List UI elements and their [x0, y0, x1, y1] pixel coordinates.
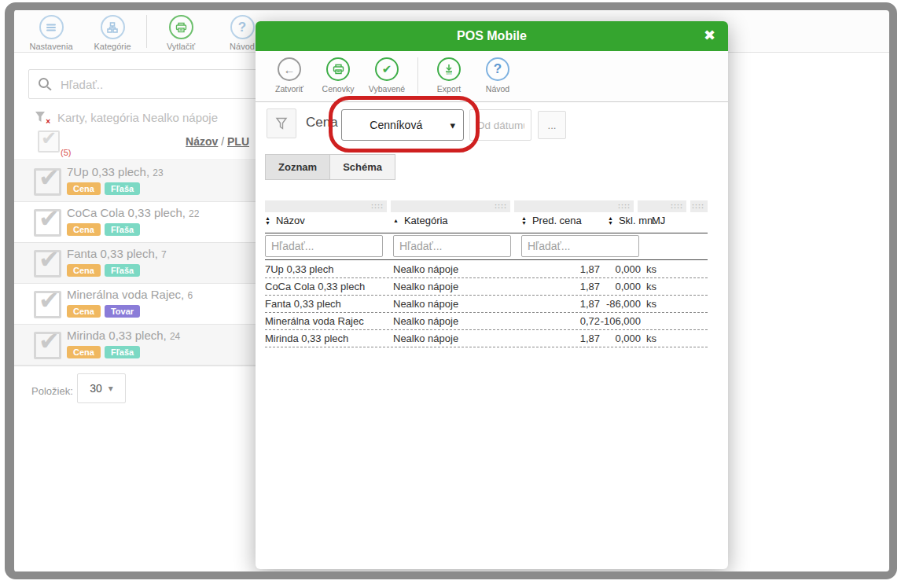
help-icon: ?	[486, 57, 509, 81]
modal-tool-pricetags[interactable]: Cenovky	[314, 57, 362, 94]
funnel-filter-button[interactable]	[267, 108, 296, 138]
table-row[interactable]: Fanta 0,33 plech Nealko nápoje 1,87 -86,…	[265, 296, 708, 313]
column-resizer[interactable]: ::::	[265, 200, 387, 212]
menu-icon	[39, 15, 64, 39]
cell-category: Nealko nápoje	[393, 298, 458, 310]
list-item[interactable]: ✔ 7Up 0,33 plech, 23 Cena Fľaša	[14, 161, 270, 202]
item-checkbox[interactable]: ✔	[34, 250, 61, 277]
chevron-down-icon: ▾	[450, 119, 455, 131]
printer-icon	[169, 15, 193, 39]
sort-icon[interactable]: ▲	[393, 219, 399, 223]
close-icon[interactable]: ✖	[704, 28, 715, 43]
toolbar-item-print[interactable]: Vytlačiť	[150, 15, 211, 51]
item-name: Fanta 0,33 plech,	[67, 247, 158, 260]
modal-header: POS Mobile ✖	[256, 21, 728, 51]
table-row[interactable]: Minerálna voda Rajec Nealko nápoje 0,72 …	[265, 313, 708, 330]
tab-schema[interactable]: Schéma	[330, 154, 395, 180]
column-resizer[interactable]: ::::	[690, 200, 708, 212]
date-from-input[interactable]	[469, 109, 531, 141]
toolbar-item-settings[interactable]: Nastavenia	[20, 15, 82, 51]
toolbar-separator	[146, 15, 147, 48]
toolbar-item-label: Nastavenia	[29, 42, 72, 51]
column-header-kategoria[interactable]: ▲ Kategória	[393, 215, 448, 226]
item-badge: Tovar	[105, 305, 140, 318]
item-plu: 7	[161, 249, 167, 260]
toolbar-item-categories[interactable]: Kategórie	[82, 15, 143, 51]
selection-count: (5)	[61, 148, 71, 157]
modal-tabs: Zoznam Schéma	[265, 154, 395, 180]
sort-icon[interactable]: ▲▼	[265, 216, 270, 226]
toolbar-item-label: Kategórie	[94, 42, 131, 51]
modal-title: POS Mobile	[457, 29, 527, 43]
cell-unit: ks	[646, 333, 656, 344]
table-row[interactable]: 7Up 0,33 plech Nealko nápoje 1,87 0,000 …	[265, 261, 708, 278]
price-type-value: Cenníková	[342, 119, 450, 131]
table-header: ▲▼ Názov ▲ Kategória ▲▼ Pred. cena ▲▼ Sk…	[265, 215, 708, 233]
filter-kategoria-input[interactable]	[393, 235, 511, 257]
item-name: 7Up 0,33 plech,	[67, 165, 149, 178]
filter-cena-input[interactable]	[521, 235, 639, 257]
column-header-skl-mn[interactable]: ▲▼ Skl. mn.	[608, 215, 656, 226]
section-title: Karty, kategória Nealko nápoje	[57, 111, 218, 124]
column-resizer[interactable]: ::::	[391, 200, 510, 212]
item-plu: 22	[189, 208, 199, 219]
table-row[interactable]: Mirinda 0,33 plech Nealko nápoje 1,87 0,…	[265, 330, 708, 347]
item-badge: Fľaša	[105, 182, 140, 195]
cell-price: 1,87	[521, 333, 600, 344]
column-header-pred-cena[interactable]: ▲▼ Pred. cena	[521, 215, 582, 226]
item-checkbox[interactable]: ✔	[34, 168, 61, 196]
column-header-nazov[interactable]: ▲▼ Názov	[265, 215, 305, 226]
more-options-button[interactable]: ...	[538, 111, 566, 139]
sort-icon[interactable]: ▲▼	[521, 216, 527, 226]
modal-tool-export[interactable]: xml Export	[425, 57, 473, 94]
column-header-mj: MJ	[652, 215, 665, 226]
column-drag-strip: :::: :::: :::: :::: ::::	[265, 200, 708, 212]
export-xml-icon: xml	[437, 57, 461, 81]
price-type-select[interactable]: Cenníková ▾	[341, 109, 464, 141]
item-checkbox[interactable]: ✔	[34, 291, 61, 318]
select-all-checkbox[interactable]: ✔	[38, 130, 60, 153]
cell-name: Minerálna voda Rajec	[265, 315, 364, 327]
sort-by-plu-link[interactable]: PLU	[227, 135, 249, 148]
drag-handle-icon: ::::	[495, 204, 507, 209]
filter-clear-icon[interactable]: ×	[34, 110, 48, 124]
item-badge: Fľaša	[105, 264, 140, 277]
list-item[interactable]: ✔ Minerálna voda Rajec, 6 Cena Tovar	[14, 284, 270, 325]
drag-handle-icon: ::::	[371, 204, 384, 209]
cell-category: Nealko nápoje	[393, 281, 458, 292]
table-body: 7Up 0,33 plech Nealko nápoje 1,87 0,000 …	[265, 261, 708, 347]
page-size-select[interactable]: 30 ▾	[77, 373, 126, 403]
list-item[interactable]: ✔ Mirinda 0,33 plech, 24 Cena Fľaša	[14, 325, 270, 366]
sort-icon[interactable]: ▲▼	[608, 216, 613, 226]
cell-price: 1,87	[521, 263, 600, 275]
sidebar-search[interactable]	[28, 69, 270, 99]
printer-icon	[326, 57, 350, 81]
item-badge: Cena	[67, 346, 101, 358]
search-input[interactable]	[59, 77, 240, 92]
cell-name: 7Up 0,33 plech	[265, 263, 333, 275]
filter-nazov-input[interactable]	[265, 235, 383, 257]
item-plu: 23	[153, 167, 163, 178]
modal-tool-done[interactable]: ✔ Vybavené	[362, 57, 411, 94]
item-name: Minerálna voda Rajec,	[67, 288, 184, 301]
tab-zoznam[interactable]: Zoznam	[265, 154, 330, 180]
modal-tool-close[interactable]: ← Zatvoriť	[265, 57, 314, 94]
column-resizer[interactable]: ::::	[514, 200, 634, 212]
filter-row: Cena Cenníková ▾ ...	[256, 102, 728, 156]
column-resizer[interactable]: ::::	[638, 200, 686, 212]
item-plu: 6	[187, 290, 193, 301]
sort-by-name-link[interactable]: Názov	[186, 135, 218, 148]
cell-stock: 0,000	[590, 263, 641, 275]
sort-links: Názov / PLU	[186, 135, 249, 148]
drag-handle-icon: ::::	[618, 204, 631, 209]
item-checkbox[interactable]: ✔	[34, 332, 61, 359]
list-item[interactable]: ✔ CoCa Cola 0,33 plech, 22 Cena Fľaša	[14, 202, 270, 243]
toolbar-item-label: Vytlačiť	[167, 42, 195, 51]
sidebar: × Karty, kategória Nealko nápoje ✔ (5) N…	[14, 53, 270, 571]
drag-handle-icon: ::::	[692, 204, 704, 209]
item-checkbox[interactable]: ✔	[34, 209, 61, 237]
back-arrow-icon: ←	[278, 57, 301, 81]
modal-tool-help[interactable]: ? Návod	[473, 57, 522, 94]
list-item[interactable]: ✔ Fanta 0,33 plech, 7 Cena Fľaša	[14, 243, 270, 284]
table-row[interactable]: CoCa Cola 0,33 plech Nealko nápoje 1,87 …	[265, 278, 708, 296]
